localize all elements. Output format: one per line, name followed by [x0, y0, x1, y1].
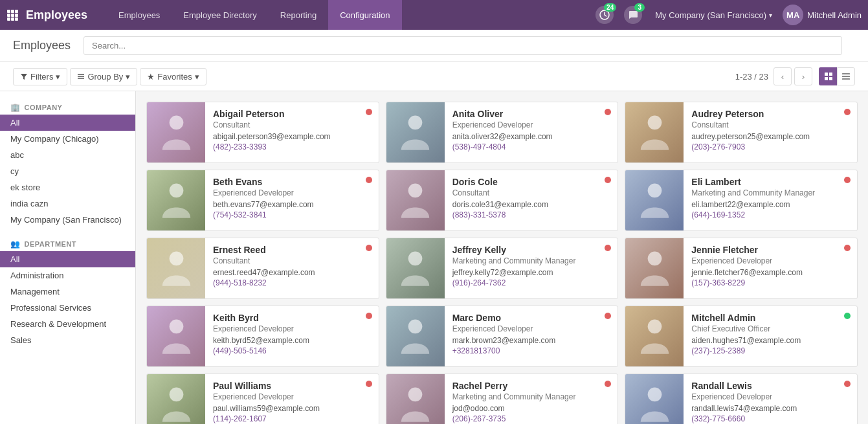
employee-email: beth.evans77@example.com [213, 200, 371, 209]
menu-employees[interactable]: Employees [107, 0, 172, 30]
employee-phone[interactable]: (482)-233-3393 [213, 142, 371, 151]
sidebar-item-sales[interactable]: Sales [0, 332, 135, 348]
user-name: Mitchell Admin [807, 10, 862, 20]
sidebar-item-professional-services[interactable]: Professional Services [0, 300, 135, 316]
sidebar-item-cy[interactable]: cy [0, 163, 135, 179]
svg-point-27 [408, 319, 423, 333]
employee-job-title: Chief Executive Officer [691, 324, 849, 333]
svg-point-22 [647, 183, 662, 197]
employee-name: Jennie Fletcher [691, 245, 849, 255]
employee-phone[interactable]: (206)-267-3735 [452, 414, 610, 423]
employee-card[interactable]: Anita Oliver Experienced Developer anita… [386, 102, 619, 163]
employee-card[interactable]: Eli Lambert Marketing and Community Mana… [625, 170, 858, 231]
employee-photo [386, 374, 445, 424]
user-avatar: MA [783, 5, 803, 25]
employee-phone[interactable]: (916)-264-7362 [452, 278, 610, 287]
list-view-button[interactable] [837, 67, 855, 85]
employee-job-title: Consultant [691, 120, 849, 129]
search-input[interactable] [83, 36, 842, 55]
employee-job-title: Experienced Developer [691, 256, 849, 265]
employee-phone[interactable]: (644)-169-1352 [691, 210, 849, 219]
employee-info: Doris Cole Consultant doris.cole31@examp… [445, 170, 618, 230]
employee-card[interactable]: Mitchell Admin Chief Executive Officer a… [625, 306, 858, 367]
employee-job-title: Marketing and Community Manager [452, 392, 610, 401]
employee-phone[interactable]: (754)-532-3841 [213, 210, 371, 219]
employee-name: Eli Lambert [691, 177, 849, 187]
sidebar-item-my-company-chicago[interactable]: My Company (Chicago) [0, 131, 135, 147]
menu-reporting[interactable]: Reporting [269, 0, 328, 30]
status-dot [844, 177, 851, 183]
employee-info: Beth Evans Experienced Developer beth.ev… [205, 170, 379, 230]
chat-button[interactable]: 3 [621, 3, 645, 27]
topnav-right-actions: 24 3 My Company (San Francisco) MA Mitch… [593, 3, 862, 27]
top-menu: Employees Employee Directory Reporting C… [107, 0, 593, 30]
activity-button[interactable]: 24 [593, 3, 616, 27]
sidebar-item-company-all[interactable]: All [0, 115, 135, 131]
activity-badge-count: 24 [604, 3, 616, 12]
grid-menu-icon[interactable] [6, 9, 18, 21]
employee-card[interactable]: Paul Williams Experienced Developer paul… [146, 374, 379, 424]
filters-button[interactable]: Filters ▾ [13, 68, 67, 85]
employee-phone[interactable]: (449)-505-5146 [213, 346, 371, 355]
svg-rect-11 [829, 73, 832, 76]
employee-phone[interactable]: (203)-276-7903 [691, 142, 849, 151]
employee-name: Paul Williams [213, 381, 371, 391]
employee-email: eli.lambert22@example.com [691, 200, 849, 209]
menu-employee-directory[interactable]: Employee Directory [172, 0, 268, 30]
employee-card[interactable]: Keith Byrd Experienced Developer keith.b… [146, 306, 379, 367]
employee-card[interactable]: Randall Lewis Experienced Developer rand… [625, 374, 858, 424]
employee-info: Paul Williams Experienced Developer paul… [205, 374, 379, 424]
employee-photo [625, 238, 684, 298]
employee-phone[interactable]: (538)-497-4804 [452, 142, 610, 151]
user-menu[interactable]: MA Mitchell Admin [783, 5, 862, 25]
employee-name: Mitchell Admin [691, 313, 849, 323]
employee-photo [625, 306, 684, 366]
employee-phone[interactable]: (944)-518-8232 [213, 278, 371, 287]
pagination-next[interactable]: › [794, 67, 812, 85]
sidebar-item-my-company-sf[interactable]: My Company (San Francisco) [0, 212, 135, 228]
employee-phone[interactable]: (157)-363-8229 [691, 278, 849, 287]
employee-photo [147, 170, 205, 230]
svg-rect-5 [15, 14, 18, 17]
sidebar-item-research-development[interactable]: Research & Development [0, 316, 135, 332]
group-by-button[interactable]: Group By ▾ [70, 68, 137, 85]
svg-rect-12 [825, 77, 828, 80]
employee-phone[interactable]: (114)-262-1607 [213, 414, 371, 423]
employee-card[interactable]: Beth Evans Experienced Developer beth.ev… [146, 170, 379, 231]
company-section-icon: 🏢 [10, 103, 21, 112]
employee-card[interactable]: Jennie Fletcher Experienced Developer je… [625, 238, 858, 299]
sidebar-item-administration[interactable]: Administration [0, 267, 135, 284]
svg-rect-15 [842, 76, 850, 77]
employee-phone[interactable]: (332)-775-6660 [691, 414, 849, 423]
employee-card[interactable]: Jeffrey Kelly Marketing and Community Ma… [386, 238, 619, 299]
employee-photo [147, 374, 205, 424]
employee-card[interactable]: Abigail Peterson Consultant abigail.pete… [146, 102, 379, 163]
sidebar-item-management[interactable]: Management [0, 284, 135, 300]
employee-job-title: Marketing and Community Manager [452, 256, 610, 265]
grid-view-button[interactable] [819, 67, 837, 85]
sidebar-item-dept-all[interactable]: All [0, 251, 135, 267]
sidebar-item-abc[interactable]: abc [0, 147, 135, 163]
employee-phone[interactable]: (883)-331-5378 [452, 210, 610, 219]
employee-card[interactable]: Audrey Peterson Consultant audrey.peters… [625, 102, 858, 163]
employee-job-title: Experienced Developer [691, 392, 849, 401]
svg-point-25 [647, 251, 662, 265]
sidebar-item-india-cazn[interactable]: india cazn [0, 195, 135, 212]
employee-card[interactable]: Rachel Perry Marketing and Community Man… [386, 374, 619, 424]
employee-phone[interactable]: +3281813700 [452, 346, 610, 355]
status-dot [366, 245, 372, 251]
sidebar-item-ek-store[interactable]: ek store [0, 179, 135, 195]
employee-card[interactable]: Doris Cole Consultant doris.cole31@examp… [386, 170, 619, 231]
employee-photo [386, 306, 445, 366]
employee-card[interactable]: Ernest Reed Consultant ernest.reed47@exa… [146, 238, 379, 299]
employee-name: Marc Demo [452, 313, 610, 323]
employee-card[interactable]: Marc Demo Experienced Developer mark.bro… [386, 306, 619, 367]
status-dot [366, 381, 372, 387]
pagination-prev[interactable]: ‹ [773, 67, 792, 85]
page-header: Employees [0, 30, 868, 62]
employee-phone[interactable]: (237)-125-2389 [691, 346, 849, 355]
status-dot [366, 313, 372, 319]
favorites-button[interactable]: ★ Favorites ▾ [140, 68, 206, 85]
menu-configuration[interactable]: Configuration [328, 0, 401, 30]
company-selector[interactable]: My Company (San Francisco) [650, 10, 777, 20]
